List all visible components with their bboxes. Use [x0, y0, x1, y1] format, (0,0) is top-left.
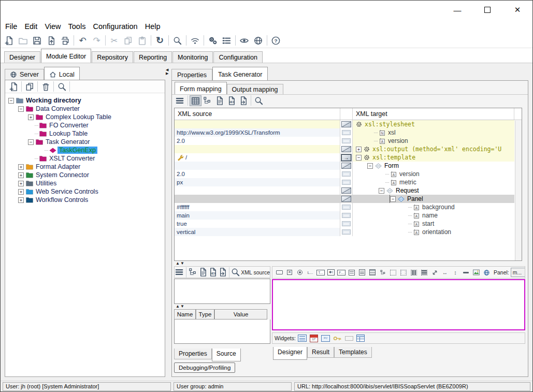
tab-local[interactable]: Local: [44, 67, 80, 80]
settings-icon[interactable]: [206, 34, 220, 47]
collapse-down-icon[interactable]: ▼: [180, 262, 184, 266]
widget-label-icon[interactable]: L...: [305, 268, 315, 277]
xml-source-cell[interactable]: #ffffff: [175, 203, 340, 211]
value-mapping-button[interactable]: [342, 180, 351, 185]
field-widget-icon[interactable]: [345, 336, 353, 341]
tree-item-label[interactable]: TaskGenExp: [57, 147, 97, 154]
target-node-label[interactable]: xsl:template: [371, 154, 417, 161]
xml-target-cell[interactable]: Aname: [353, 211, 514, 220]
copy-icon[interactable]: [121, 34, 135, 47]
tree-item-label[interactable]: Data Converter: [34, 105, 81, 112]
close-button[interactable]: ✕: [510, 4, 525, 16]
xml-target-cell[interactable]: Abackground: [353, 203, 514, 211]
widget-editor-icon[interactable]: [357, 268, 367, 277]
xml-target-cell[interactable]: Astart: [353, 220, 514, 228]
widget-list-icon[interactable]: [367, 268, 378, 277]
xml-target-cell[interactable]: Ametric: [353, 178, 514, 186]
table-widget-icon[interactable]: [356, 335, 365, 342]
maximize-button[interactable]: [480, 4, 495, 16]
target-node-label[interactable]: background: [421, 204, 456, 211]
element-mapping-button[interactable]: [341, 121, 351, 127]
target-node-label[interactable]: version: [386, 137, 410, 144]
new-file-icon[interactable]: [7, 81, 20, 92]
menu-icon[interactable]: [174, 95, 186, 106]
tree-item-data-converter[interactable]: − Data Converter: [5, 105, 165, 113]
xml-source-cell[interactable]: main: [175, 211, 340, 220]
target-node-label[interactable]: Panel: [406, 195, 425, 202]
search-icon[interactable]: [231, 267, 240, 278]
element-mapping-button[interactable]: [341, 196, 351, 202]
xml-target-cell[interactable]: +xsl:output (method='xml' encoding='U: [353, 145, 514, 153]
tab-designer[interactable]: Designer: [4, 51, 40, 63]
widget-grid-icon[interactable]: ⋮⋮: [398, 268, 409, 277]
tree-item-label[interactable]: Complex Lookup Table: [44, 113, 113, 121]
target-node-label[interactable]: metric: [398, 179, 418, 186]
xml-source-cell[interactable]: vertical: [175, 228, 340, 236]
widget-image-icon[interactable]: [471, 268, 481, 277]
target-node-label[interactable]: Form: [383, 162, 400, 169]
tree-item-format-adapter[interactable]: + Format Adapter: [5, 163, 165, 171]
xml-target-cell[interactable]: Aorientation: [353, 228, 514, 236]
tree-item-label[interactable]: Format Adapter: [34, 163, 82, 170]
undo-icon[interactable]: ↶: [76, 34, 90, 47]
value-mapping-button[interactable]: [342, 205, 351, 210]
tab-server[interactable]: Server: [5, 69, 44, 80]
tree-item-label[interactable]: FO Converter: [48, 122, 90, 129]
tab-monitoring[interactable]: Monitoring: [172, 51, 213, 63]
cut-icon[interactable]: ✂: [107, 34, 121, 47]
widget-h-resize-icon[interactable]: ↔: [440, 268, 450, 277]
xml-target-cell[interactable]: −Form: [353, 162, 514, 170]
node-expander[interactable]: −: [367, 163, 373, 169]
tab-designer[interactable]: Designer: [273, 347, 307, 360]
tree-item-workflow-controls[interactable]: + Workflow Controls: [5, 196, 165, 204]
export-file-icon[interactable]: [44, 34, 58, 47]
widget-columns-icon[interactable]: [409, 268, 419, 277]
column-header-value[interactable]: Value: [214, 309, 267, 320]
tab-module-editor[interactable]: Module Editor: [41, 49, 91, 63]
xml-source-cell[interactable]: [175, 120, 340, 128]
tree-expander[interactable]: +: [18, 172, 24, 178]
widget-formatted-icon[interactable]: F...: [336, 268, 347, 277]
mapping-scrollbar[interactable]: [515, 121, 522, 260]
tree-view-icon[interactable]: [188, 267, 198, 278]
widget-radio-icon[interactable]: [295, 268, 305, 277]
tab-properties[interactable]: Properties: [174, 349, 212, 359]
tab-source[interactable]: Source: [212, 349, 241, 361]
node-expander[interactable]: −: [390, 196, 396, 202]
open-folder-icon[interactable]: [16, 34, 30, 47]
tree-item-system-connector[interactable]: + System Connector: [5, 171, 165, 179]
target-node-label[interactable]: start: [421, 220, 436, 227]
widget-password-icon[interactable]: ✱I: [326, 268, 336, 277]
widget-v-resize-icon[interactable]: ↕: [450, 268, 460, 277]
target-node-label[interactable]: xsl:output (method='xml' encoding='U: [371, 146, 503, 153]
copy-icon[interactable]: [23, 81, 36, 92]
new-file-icon[interactable]: [2, 34, 16, 47]
tab-form-mapping[interactable]: Form mapping: [175, 82, 227, 94]
collapse-up-icon[interactable]: ▲: [176, 304, 180, 309]
tree-expander[interactable]: +: [18, 164, 24, 170]
refresh-icon[interactable]: ↻: [153, 34, 167, 47]
node-expander[interactable]: −: [379, 188, 384, 194]
tree-item-web-service-controls[interactable]: + Web Service Controls: [5, 187, 165, 196]
xml-target-cell[interactable]: −xsl:template: [353, 153, 514, 162]
tree-item-utilities[interactable]: + Utilities: [5, 179, 165, 187]
tree-item-xslt-converter[interactable]: XSLT Converter: [5, 154, 165, 163]
collapse-up-icon[interactable]: ▲: [176, 262, 180, 266]
target-node-label[interactable]: Request: [394, 187, 421, 194]
combo-widget-icon[interactable]: ≡▿: [321, 335, 330, 342]
value-mapping-button[interactable]: [342, 213, 351, 218]
target-node-label[interactable]: name: [421, 212, 439, 219]
print-icon[interactable]: [58, 34, 72, 47]
tree-item-fo-converter[interactable]: FO Converter: [5, 121, 165, 129]
tree-item-label[interactable]: XSLT Converter: [48, 155, 96, 162]
debugging-profiling-button[interactable]: Debugging/Profiling: [174, 362, 235, 373]
template-mapping-button[interactable]: →: [341, 154, 351, 161]
tree-item-label[interactable]: Lookup Table: [48, 130, 89, 137]
value-mapping-button[interactable]: [342, 229, 351, 235]
xml-source-cell[interactable]: [175, 186, 340, 195]
source-detail-viewer[interactable]: [174, 279, 270, 304]
xml-target-cell[interactable]: Nxsl: [353, 128, 514, 137]
xml-source-cell[interactable]: /: [175, 153, 340, 162]
attribute-table-body[interactable]: [174, 320, 270, 344]
list-view-icon[interactable]: [220, 34, 234, 47]
